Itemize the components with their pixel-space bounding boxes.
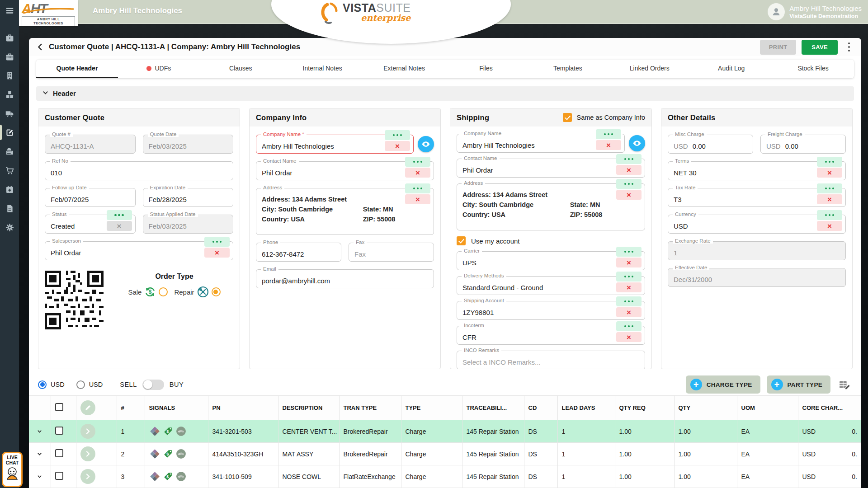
lookup-button[interactable] — [817, 210, 842, 220]
clear-button[interactable]: × — [616, 258, 642, 267]
email-field[interactable]: Email pordar@ambryhill.com — [256, 269, 434, 288]
shipping-company-name-field[interactable]: Company Name Ambry Hill Technologies × — [457, 134, 625, 153]
same-as-company-checkbox[interactable] — [563, 113, 572, 122]
clear-button[interactable]: × — [817, 168, 842, 178]
tab-udfs[interactable]: UDFs — [118, 60, 200, 78]
sale-radio[interactable] — [159, 287, 168, 296]
order-type-repair-option[interactable]: Repair — [174, 286, 220, 298]
cart-icon[interactable] — [0, 161, 19, 180]
calendar-add-icon[interactable] — [0, 180, 19, 199]
carrier-field[interactable]: Carrier UPS × — [457, 251, 645, 270]
fax-field[interactable]: Fax Fax — [349, 243, 434, 262]
ref-no-field[interactable]: Ref No 010 — [45, 161, 233, 180]
expand-row-icon[interactable] — [33, 474, 47, 479]
open-row-button[interactable] — [80, 446, 95, 461]
tab-templates[interactable]: Templates — [527, 60, 609, 78]
delivery-methods-field[interactable]: Delivery Methods Standard Ground - Groun… — [457, 276, 645, 295]
clear-button[interactable]: × — [385, 141, 410, 151]
lookup-button[interactable] — [204, 237, 230, 247]
clear-button[interactable]: × — [616, 307, 642, 317]
tab-linked-orders[interactable]: Linked Orders — [609, 60, 690, 78]
contact-name-field[interactable]: Contact Name Phil Ordar × — [256, 161, 434, 180]
edit-columns-icon[interactable] — [837, 377, 852, 392]
lookup-button[interactable] — [616, 154, 642, 164]
toolbox-icon[interactable] — [0, 47, 19, 66]
view-shipping-company-button[interactable] — [629, 135, 645, 151]
register-icon[interactable] — [0, 142, 19, 161]
row-checkbox[interactable] — [55, 427, 63, 435]
clear-button[interactable]: × — [616, 332, 642, 342]
table-row[interactable]: 1 $ 341-3201-503 CENTER VENT T... Broker… — [29, 420, 861, 443]
lookup-button[interactable] — [385, 130, 410, 140]
lookup-button[interactable] — [616, 296, 642, 306]
clear-button[interactable]: × — [817, 194, 842, 204]
lookup-button[interactable] — [107, 210, 132, 220]
lookup-button[interactable] — [817, 157, 842, 167]
tab-clauses[interactable]: Clauses — [200, 60, 282, 78]
freight-charge-field[interactable]: Freight Charge USD0.00 — [760, 135, 846, 154]
open-row-button[interactable] — [80, 469, 95, 484]
lookup-button[interactable] — [405, 157, 430, 167]
currency-radio-selected[interactable] — [38, 380, 47, 389]
phone-field[interactable]: Phone 612-367-8472 — [256, 243, 341, 262]
clear-button[interactable]: × — [405, 168, 430, 178]
company-name-field[interactable]: Company Name * Ambry Hill Technologies × — [256, 135, 414, 154]
incoterm-field[interactable]: Incoterm CFR × — [457, 326, 645, 345]
shipping-address-field[interactable]: Address Address: 134 Adams Street City: … — [457, 183, 645, 230]
lookup-button[interactable] — [405, 183, 430, 193]
tax-rate-field[interactable]: Tax Rate T3 × — [668, 188, 846, 207]
settings-icon[interactable] — [0, 218, 19, 237]
lookup-button[interactable] — [596, 129, 621, 139]
salesperson-field[interactable]: Salesperson Phil Ordar × — [45, 241, 233, 260]
tab-quote-header[interactable]: Quote Header — [36, 60, 118, 78]
expand-row-icon[interactable] — [33, 428, 47, 434]
live-chat-button[interactable]: LIVE CHAT — [2, 452, 23, 487]
clear-button[interactable]: × — [817, 221, 842, 231]
lookup-button[interactable] — [616, 272, 642, 282]
building-icon[interactable] — [0, 66, 19, 85]
status-field[interactable]: Status Created × — [45, 215, 136, 234]
terms-field[interactable]: Terms NET 30 × — [668, 161, 846, 180]
expand-row-icon[interactable] — [33, 451, 47, 457]
shipping-account-field[interactable]: Shipping Account 1ZY98801 × — [457, 301, 645, 320]
row-checkbox[interactable] — [55, 472, 63, 480]
save-button[interactable]: SAVE — [802, 40, 838, 55]
tab-internal-notes[interactable]: Internal Notes — [282, 60, 363, 78]
clear-button[interactable]: × — [616, 190, 642, 200]
menu-icon[interactable] — [0, 1, 19, 20]
repair-radio[interactable] — [212, 287, 221, 296]
table-row[interactable]: 3 $ 341-1010-509 NOSE COWL FlatRateExcha… — [29, 465, 861, 488]
lookup-button[interactable] — [817, 183, 842, 193]
currency-field[interactable]: Currency USD × — [668, 215, 846, 234]
row-checkbox[interactable] — [55, 449, 63, 457]
clear-button[interactable]: × — [616, 165, 642, 175]
user-menu[interactable]: Ambry Hill Technologies VistaSuite Demon… — [768, 3, 862, 20]
back-button[interactable] — [33, 40, 47, 54]
add-charge-type-button[interactable]: +CHARGE TYPE — [686, 375, 760, 394]
sell-buy-toggle[interactable] — [142, 380, 164, 390]
follow-up-date-field[interactable]: Follow up Date Feb/07/2025 — [45, 188, 136, 207]
tab-external-notes[interactable]: External Notes — [363, 60, 445, 78]
clear-button[interactable]: × — [616, 282, 642, 292]
header-accordion[interactable]: Header — [36, 86, 854, 101]
compose-icon[interactable] — [0, 123, 19, 142]
shipping-contact-name-field[interactable]: Contact Name Phil Ordar × — [457, 159, 645, 178]
clear-button[interactable]: × — [405, 194, 430, 204]
order-type-sale-option[interactable]: Sale $ — [128, 286, 168, 298]
clear-button[interactable]: × — [596, 140, 621, 150]
use-my-account-checkbox[interactable] — [457, 236, 466, 245]
add-part-type-button[interactable]: +PART TYPE — [767, 375, 830, 394]
table-row[interactable]: 2 $ 414A3510-323GH MAT ASSY BrokeredRepa… — [29, 443, 861, 465]
misc-charge-field[interactable]: Misc Charge USD0.00 — [668, 135, 753, 154]
view-company-button[interactable] — [418, 136, 434, 152]
document-icon[interactable] — [0, 199, 19, 218]
inco-remarks-field[interactable]: INCO Remarks Select a INCO Remarks... — [457, 351, 645, 369]
select-all-checkbox[interactable] — [55, 403, 63, 411]
edit-all-button[interactable] — [80, 400, 95, 415]
briefcase-icon[interactable] — [0, 28, 19, 47]
modules-icon[interactable] — [0, 85, 19, 104]
address-field[interactable]: Address Address: 134 Adams Street City: … — [256, 188, 434, 235]
lookup-button[interactable] — [616, 247, 642, 257]
lookup-button[interactable] — [616, 321, 642, 331]
print-button[interactable]: PRINT — [760, 40, 797, 55]
